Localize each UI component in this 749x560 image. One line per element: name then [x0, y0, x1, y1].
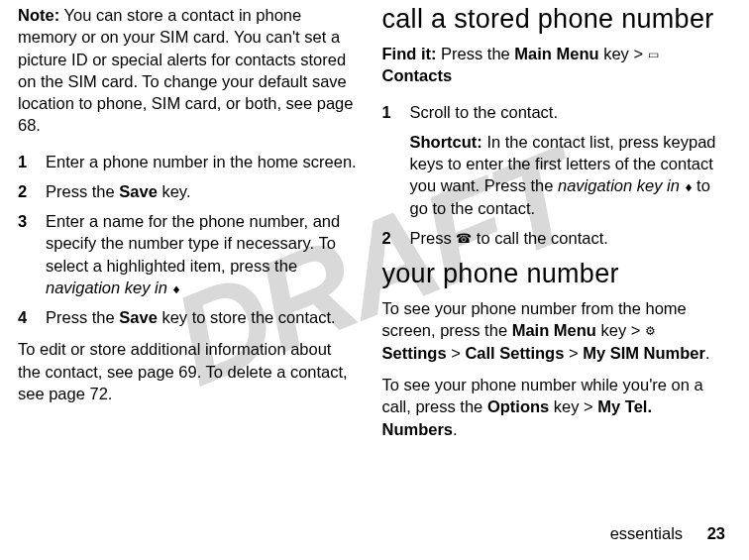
nav-key-italic: navigation key in: [46, 279, 167, 296]
your-phone-para2: To see your phone number while you're on…: [382, 374, 723, 440]
key-label-main-menu: Main Menu: [514, 45, 598, 62]
list-item: 2 Press ☎ to call the contact.: [382, 227, 723, 249]
step-text-part: Press: [410, 229, 457, 247]
para-text: .: [453, 420, 458, 438]
heading-your-phone: your phone number: [382, 259, 723, 289]
heading-call-stored: call a stored phone number: [382, 4, 723, 35]
step-text-part: Enter a name for the phone number, and s…: [46, 212, 340, 275]
key-label-main-menu: Main Menu: [512, 321, 596, 339]
left-column: Note: You can store a contact in phone m…: [6, 4, 371, 450]
page-footer: essentials 23: [610, 522, 725, 544]
step-text: Scroll to the contact.: [410, 101, 723, 123]
step-text: Press ☎ to call the contact.: [410, 227, 723, 249]
step-text: Press the Save key to store the contact.: [46, 306, 359, 328]
key-label-contacts: Contacts: [382, 66, 453, 84]
nav-key-icon: ◆: [685, 180, 691, 194]
nav-key-italic: navigation key in: [558, 176, 680, 194]
step-text: Press the Save key.: [46, 180, 359, 202]
shortcut-paragraph: Shortcut: In the contact list, press key…: [382, 131, 723, 219]
list-item: 1 Scroll to the contact.: [382, 101, 723, 123]
para-text: .: [705, 344, 710, 362]
step-number: 2: [382, 227, 410, 249]
find-it-text: key >: [599, 45, 648, 62]
step-text: Enter a name for the phone number, and s…: [46, 210, 359, 298]
page-content: Note: You can store a contact in phone m…: [0, 0, 749, 450]
settings-icon: ⚙: [645, 323, 656, 339]
list-item: 2 Press the Save key.: [18, 180, 359, 202]
footer-section: essentials: [610, 524, 683, 542]
step-text-part: key to store the contact.: [158, 308, 336, 326]
find-it-line: Find it: Press the Main Menu key > ▭ Con…: [382, 43, 723, 87]
key-label-call-settings: Call Settings: [465, 344, 564, 362]
key-label-my-sim: My SIM Number: [583, 344, 705, 362]
steps-list-right-2: 2 Press ☎ to call the contact.: [382, 227, 723, 249]
para-text: key >: [596, 321, 645, 339]
right-column: call a stored phone number Find it: Pres…: [371, 4, 735, 450]
key-label-save: Save: [119, 308, 158, 326]
note-label: Note:: [18, 6, 59, 24]
list-item: 3 Enter a name for the phone number, and…: [18, 210, 359, 298]
send-key-icon: ☎: [456, 230, 472, 248]
step-number: 3: [18, 210, 46, 298]
find-it-text: Press the: [436, 45, 514, 62]
note-text: You can store a contact in phone memory …: [18, 6, 353, 134]
step-number: 2: [18, 180, 46, 202]
para-text: key >: [549, 397, 597, 415]
key-label-settings: Settings: [382, 344, 447, 362]
nav-key-icon: ◆: [172, 282, 178, 296]
step-text-part: Press the: [46, 308, 119, 326]
page-number: 23: [707, 524, 725, 542]
step-number: 1: [382, 101, 410, 123]
note-paragraph: Note: You can store a contact in phone m…: [18, 4, 359, 137]
key-label-save: Save: [119, 182, 158, 200]
para-text: >: [447, 344, 466, 362]
shortcut-label: Shortcut:: [410, 133, 482, 151]
list-item: 1 Enter a phone number in the home scree…: [18, 151, 359, 172]
tail-paragraph: To edit or store additional information …: [18, 338, 359, 404]
steps-list-left: 1 Enter a phone number in the home scree…: [18, 151, 359, 329]
step-text-part: key.: [158, 182, 191, 200]
contacts-icon: ▭: [648, 47, 659, 62]
your-phone-para1: To see your phone number from the home s…: [382, 297, 723, 364]
step-text-part: to call the contact.: [472, 229, 608, 247]
find-it-label: Find it:: [382, 45, 437, 62]
key-label-options: Options: [487, 397, 549, 415]
step-number: 4: [18, 306, 46, 328]
steps-list-right: 1 Scroll to the contact.: [382, 101, 723, 123]
list-item: 4 Press the Save key to store the contac…: [18, 306, 359, 328]
step-number: 1: [18, 151, 46, 172]
step-text-part: Press the: [46, 182, 119, 200]
step-text: Enter a phone number in the home screen.: [46, 151, 359, 172]
para-text: >: [564, 344, 583, 362]
